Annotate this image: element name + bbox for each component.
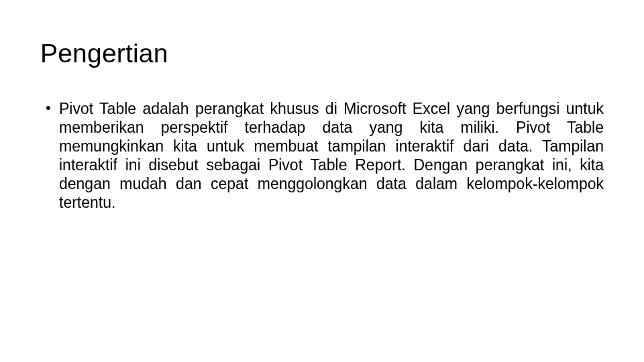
bullet-list: Pivot Table adalah perangkat khusus di M… [40,99,604,212]
slide: Pengertian Pivot Table adalah perangkat … [0,0,644,362]
slide-body: Pivot Table adalah perangkat khusus di M… [40,99,604,212]
bullet-item: Pivot Table adalah perangkat khusus di M… [59,99,604,212]
slide-title: Pengertian [40,39,604,68]
